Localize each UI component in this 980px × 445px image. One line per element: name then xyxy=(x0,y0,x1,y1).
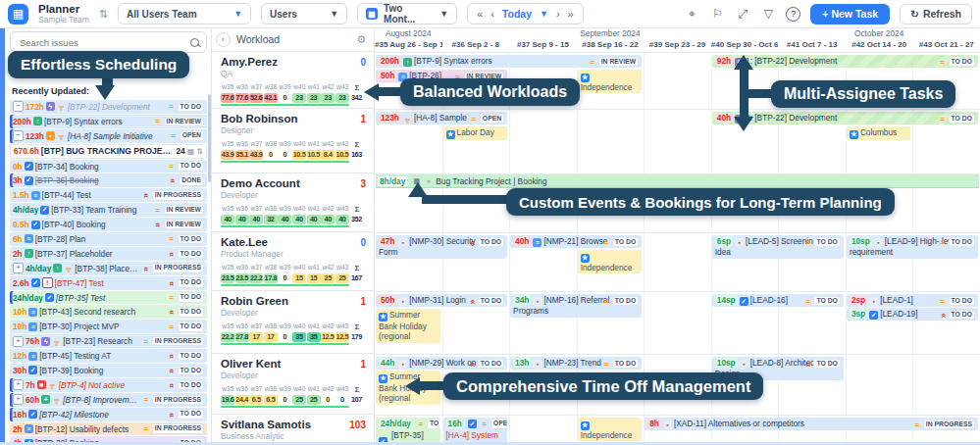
expand-icon[interactable]: + xyxy=(13,336,24,347)
workload-user-row[interactable]: Svitlana SamotisBusiness Analytic103 xyxy=(212,415,374,445)
task-bar[interactable]: =TO DO13h▪[NMP-23] Trend View xyxy=(510,357,642,370)
week-label[interactable]: #39 Sep 23 - 29 xyxy=(644,39,711,52)
holiday-event[interactable]: ★Columbus Day xyxy=(847,126,911,140)
issue-row[interactable]: 4h/day✓[BTP-33] Team Training=IN REVIEW xyxy=(10,203,207,217)
new-task-button[interactable]: + New Task xyxy=(810,4,890,25)
next-button[interactable]: › xyxy=(556,8,560,20)
expand-icon[interactable]: + xyxy=(13,379,24,390)
search-icon[interactable] xyxy=(190,38,199,47)
task-summary: 1: [BTP-22] Development xyxy=(746,56,837,66)
issue-row[interactable]: 12h≡[BTP-45] Testing AT«TO DO xyxy=(10,349,207,363)
help-icon[interactable]: ? xyxy=(786,7,800,22)
issue-row[interactable]: +7h■╦[BTP-4] Not active«TO DO xyxy=(10,378,207,392)
issue-row[interactable]: 3h✓[BTP-36] Booking«DONE xyxy=(10,173,207,187)
expand-icon[interactable]: + xyxy=(13,394,24,405)
task-bar[interactable]: =TO DO10sp▪[LEAD-9] High- level requirem… xyxy=(847,235,978,259)
priority-medium-icon: = xyxy=(803,296,811,307)
issue-row[interactable]: 30h✓[BTP-39] Booking«TO DO xyxy=(10,364,207,377)
week-label[interactable]: #41 Oct 7 - 13 xyxy=(778,39,846,52)
task-bar[interactable]: «TO DO3sp✓[LEAD-19] Placeholder xyxy=(847,308,978,321)
status-badge: TO DO xyxy=(178,321,204,332)
issue-row[interactable]: +4h/day↑╦[BTP-38] Placeholder«IN PROGRES… xyxy=(10,262,207,275)
hours-badge: 10sp xyxy=(715,358,738,368)
sub-gray-icon: ▪ xyxy=(740,360,748,369)
issue-row[interactable]: 6h≡[BTP-28] Plan=TO DO xyxy=(10,232,207,246)
issue-row[interactable]: −172hϟ╦[BTP-22] Development=TO DO xyxy=(10,100,207,114)
week-label[interactable]: #38 Sep 16 - 22 xyxy=(577,39,645,52)
issue-row[interactable]: 10h≡[BTP-43] Second research«TO DO xyxy=(10,305,207,319)
task-bar[interactable]: 16h✓=OPEN[HA-4] System Improvement xyxy=(443,418,508,443)
task-bar[interactable]: =TO DO2sp▪[LEAD-1] Design xyxy=(847,294,978,307)
task-bar[interactable]: =IN PROGRESS8h▪[XAD-11] Alternatives or … xyxy=(645,418,978,430)
week-hours-chip: 23 xyxy=(307,93,321,103)
workload-user-row[interactable]: Amy.PerezQA0w35w36w37w38w39w40w41w42w43Σ… xyxy=(212,52,374,109)
issue-row[interactable]: +60h+╦[BTP-8] Improvement=IN PROGRESS xyxy=(10,393,207,407)
holiday-event[interactable]: ★Summer Bank Holiday (regional holiday) xyxy=(376,309,440,343)
issue-row[interactable]: 2.6h✓![BTP-47] Test«TO DO xyxy=(10,276,207,290)
search-input[interactable] xyxy=(18,36,190,49)
collapse-panel-icon[interactable]: ‹ xyxy=(216,32,231,47)
issue-row[interactable]: 1.5h≡[BTP-44] Test«IN PROGRESS xyxy=(10,188,207,202)
week-label[interactable]: #43 Oct 21 - 27 xyxy=(913,39,980,52)
task-bar[interactable]: =IN REVIEW200h↑[BTP-9] Syntax errors xyxy=(376,55,642,68)
task-bar[interactable]: =TO DO34h▪[NMP-16] Referral Programs xyxy=(510,294,642,318)
week-label[interactable]: #37 Sep 9 - 15 xyxy=(509,39,577,52)
scan-icon[interactable]: ⌖ xyxy=(684,7,699,21)
workload-user-row[interactable]: Bob RobinsonDesigner1w35w36w37w38w39w40w… xyxy=(212,109,374,173)
workload-user-row[interactable]: Kate.LeeProduct Manager0w35w36w37w38w39w… xyxy=(212,232,374,291)
issue-row[interactable]: 0h✓[BTP-34] Booking=TO DO xyxy=(10,160,207,173)
issue-row[interactable]: 2h≡[BTP-12] Usability defects=IN PROGRES… xyxy=(10,422,207,436)
task-bar[interactable]: 24h/day=TO DO✓[BTP-35] Test xyxy=(376,418,440,443)
task-bar[interactable]: =TO DO14sp✓[LEAD-16] Booking xyxy=(712,294,844,307)
jump-forward-button[interactable]: » xyxy=(568,8,574,20)
workload-user-row[interactable]: Oliver KentDeveloper1w35w36w37w38w39w40w… xyxy=(212,354,374,415)
prev-button[interactable]: ‹ xyxy=(490,8,494,20)
expand-icon[interactable]: + xyxy=(13,263,24,273)
issue-row[interactable]: 10h≡[BTP-30] Project MVP=TO DO xyxy=(10,320,207,333)
workload-user-row[interactable]: Robin GreenDeveloper1w35w36w37w38w39w40w… xyxy=(212,291,374,354)
task-bar[interactable]: =OPEN123h╦[HA-8] Sample Initiative xyxy=(376,112,507,124)
issue-row[interactable]: 200h↑[BTP-9] Syntax errors=IN REVIEW xyxy=(10,115,207,128)
holiday-event[interactable]: ★Independence Day xyxy=(578,418,643,441)
fullscreen-icon[interactable]: ⤢ xyxy=(735,7,750,21)
issue-row[interactable]: +76hϟ╦[BTP-23] Research=IN PROGRESS xyxy=(10,334,207,348)
jump-back-button[interactable]: « xyxy=(477,8,483,20)
week-label[interactable]: #40 Sep 30 - Oct 6 xyxy=(711,39,779,52)
task-bar[interactable]: «TO DO50h▪[NMP-31] Login Page xyxy=(376,294,507,307)
task-bar[interactable]: =TO DO6sp▪[LEAD-5] Screening The Idea xyxy=(712,235,844,259)
issue-row[interactable]: 2h↑[BTP-37] Placeholder«TO DO xyxy=(10,247,207,261)
task-bar[interactable]: «TO DO47h▪[NMP-30] Security Form xyxy=(376,235,507,259)
issue-row[interactable]: 16h✓[BTP-42] Milestone«TO DO xyxy=(10,408,207,421)
check-blue-icon: ✓ xyxy=(740,297,748,306)
gear-icon[interactable]: ⚙ xyxy=(356,33,366,46)
workload-user-row[interactable]: Demo AccountDeveloper3w35w36w37w38w39w40… xyxy=(212,173,374,232)
collapse-icon[interactable]: − xyxy=(13,101,24,112)
filter-icon[interactable]: ▽ xyxy=(760,7,776,21)
issue-row[interactable]: 24h/day✓[BTP-35] Test=TO DO xyxy=(10,291,207,305)
holiday-event[interactable]: ★Labor Day xyxy=(443,126,508,140)
week-label[interactable]: #35 Aug 26 - Sep 1 xyxy=(375,39,442,52)
holiday-event[interactable]: ★Independence Day xyxy=(578,70,643,93)
today-button[interactable]: Today xyxy=(502,8,532,20)
holiday-event[interactable]: ★Independence Day xyxy=(578,250,643,273)
task-bar[interactable]: =TO DO40h≡[NMP-21] Browse role xyxy=(510,235,642,248)
hours-badge: 16h xyxy=(446,419,464,429)
collapse-icon[interactable]: − xyxy=(13,130,24,141)
week-label[interactable]: #42 Oct 14 - 20 xyxy=(846,39,913,52)
project-row[interactable]: 670.6h[BTP] BUG TRACKING PROJECT24▦⇅ xyxy=(10,144,207,159)
booking-band[interactable]: 8h/day▦●Bug Tracking Project | Booking xyxy=(376,174,979,188)
team-dropdown[interactable]: All Users Team ▼ xyxy=(118,3,251,25)
range-dropdown[interactable]: ▦ Two Mont... ▼ xyxy=(357,3,457,25)
issue-row[interactable]: −123h▪╦[HA-8] Sample Initiative=OPEN xyxy=(10,129,207,143)
sort-icon[interactable]: ⇅ xyxy=(196,147,203,156)
week-label[interactable]: #36 Sep 2 - 8 xyxy=(442,39,510,52)
week-number-headers: w35w36w37w38w39w40w41w42w43Σ xyxy=(221,140,367,149)
refresh-button[interactable]: ↻Refresh xyxy=(900,4,972,25)
issue-row[interactable]: 0.5h✓[BTP-40] Booking«IN REVIEW xyxy=(10,218,207,231)
view-dropdown[interactable]: Users ▼ xyxy=(261,3,347,25)
task-bar[interactable]: «TO DO44h▪[NMP-29] Work on UI xyxy=(376,357,507,370)
team-switcher-icon[interactable]: ⇅ xyxy=(99,8,108,21)
calendar-icon[interactable]: ▦ xyxy=(187,147,195,156)
flag-icon[interactable]: ⚐ xyxy=(709,7,725,21)
today-chevron-icon[interactable]: ▼ xyxy=(540,9,548,19)
